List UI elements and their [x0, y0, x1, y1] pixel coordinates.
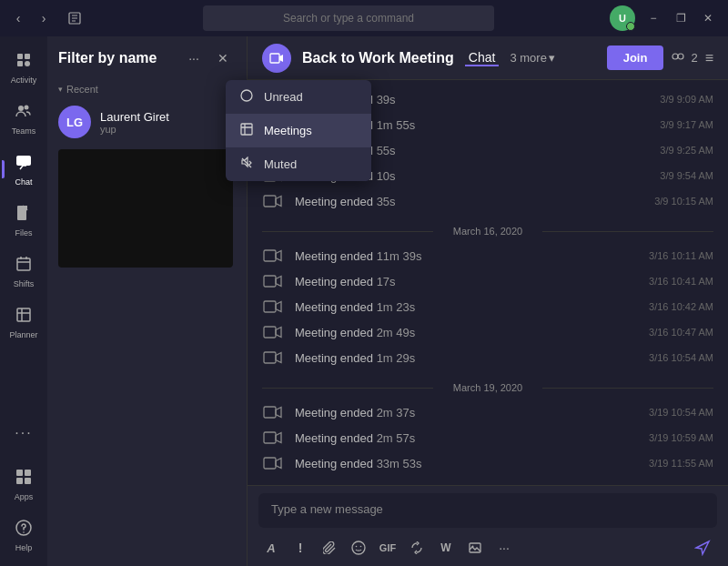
chat-avatar-laurent: LG — [58, 106, 91, 138]
header-menu-button[interactable]: ≡ — [705, 50, 713, 66]
planner-label: Planner — [9, 330, 37, 339]
muted-label: Muted — [264, 157, 297, 171]
message-input-placeholder: Type a new message — [258, 493, 717, 528]
msg-time: 3/9 9:17 AM — [660, 119, 713, 130]
svg-point-6 — [25, 105, 29, 109]
msg-text: Meeting ended 35s — [295, 195, 643, 208]
send-button[interactable] — [688, 533, 717, 562]
compose-button[interactable] — [62, 5, 87, 31]
sidebar-item-shifts[interactable]: Shifts — [4, 248, 44, 295]
sidebar-item-planner[interactable]: Planner — [4, 298, 44, 346]
svg-point-21 — [672, 54, 678, 59]
sidebar-item-chat[interactable]: Chat — [4, 146, 44, 193]
msg-time: 3/16 10:42 AM — [649, 301, 713, 312]
meeting-icon — [262, 44, 291, 73]
header-actions: ··· ✕ — [181, 45, 236, 71]
msg-time: 3/16 10:47 AM — [649, 327, 713, 338]
forward-button[interactable]: › — [33, 7, 55, 29]
apps-label: Apps — [15, 492, 34, 501]
activity-label: Activity — [11, 76, 37, 85]
participants-icon — [671, 53, 685, 64]
dropdown-item-meetings[interactable]: Meetings — [226, 114, 371, 147]
svg-point-5 — [18, 106, 24, 111]
video-call-icon — [262, 404, 284, 420]
more-tabs-button[interactable]: 3 more ▾ — [510, 51, 554, 65]
files-icon — [15, 204, 33, 227]
svg-rect-3 — [17, 61, 23, 66]
more-options-toolbar-button[interactable]: ··· — [491, 535, 517, 561]
chat-label: Chat — [15, 177, 32, 187]
sidebar-item-help[interactable]: Help — [4, 511, 44, 559]
emoji-button[interactable] — [346, 535, 371, 561]
video-call-icon — [262, 248, 284, 264]
close-filter-button[interactable]: ✕ — [210, 45, 236, 71]
sidebar-item-files[interactable]: Files — [4, 197, 44, 244]
svg-point-4 — [25, 61, 30, 66]
date-divider-march16: March 16, 2020 — [262, 226, 713, 237]
sidebar-item-teams[interactable]: Teams — [4, 95, 44, 142]
video-call-icon — [262, 193, 284, 209]
msg-duration: 11m 39s — [377, 249, 422, 263]
table-row: Meeting ended 33m 53s 3/19 11:55 AM — [262, 451, 713, 475]
sidebar-item-apps[interactable]: Apps — [4, 460, 44, 508]
svg-rect-20 — [270, 54, 279, 63]
activity-icon — [15, 51, 33, 74]
svg-rect-11 — [17, 308, 30, 321]
svg-rect-34 — [264, 432, 276, 443]
avatar[interactable]: U — [610, 5, 635, 31]
msg-duration: 39s — [377, 93, 396, 106]
giphy-button[interactable]: GIF — [375, 535, 400, 561]
msg-time: 3/9 9:09 AM — [660, 94, 713, 105]
dropdown-item-unread[interactable]: Unread — [226, 80, 371, 114]
attach-button[interactable] — [317, 535, 342, 561]
svg-point-38 — [356, 546, 358, 548]
back-button[interactable]: ‹ — [7, 7, 29, 29]
msg-time: 3/16 10:11 AM — [649, 250, 713, 261]
files-label: Files — [15, 228, 32, 238]
participants-info: 2 — [671, 51, 697, 65]
msg-text: Meeting ended 33m 53s — [295, 457, 638, 470]
urgent-button[interactable]: ! — [288, 535, 313, 561]
sidebar-item-activity[interactable]: Activity — [4, 44, 44, 91]
close-button[interactable]: ✕ — [695, 7, 721, 29]
svg-rect-7 — [16, 156, 31, 166]
svg-rect-19 — [241, 124, 252, 135]
meetings-label: Meetings — [264, 124, 312, 137]
format-text-button[interactable]: A — [258, 535, 284, 561]
more-icon: ··· — [15, 425, 32, 441]
chat-tab[interactable]: Chat — [465, 50, 500, 66]
more-options-button[interactable]: ··· — [181, 45, 207, 71]
search-input[interactable] — [203, 5, 494, 31]
whiteboard-button[interactable]: W — [433, 535, 459, 561]
svg-rect-28 — [264, 250, 276, 261]
msg-time: 3/16 10:54 AM — [649, 352, 713, 363]
dropdown-item-muted[interactable]: Muted — [226, 147, 371, 181]
table-row: Meeting ended 35s 3/9 10:15 AM — [262, 189, 713, 213]
apps-icon — [15, 468, 33, 490]
chat-thumbnail — [58, 149, 233, 268]
sidebar-item-more[interactable]: ··· — [4, 409, 44, 457]
table-row: Meeting ended 1m 29s 3/16 10:54 AM — [262, 346, 713, 369]
image-button[interactable] — [462, 535, 488, 561]
msg-duration: 35s — [377, 195, 396, 208]
teams-label: Teams — [12, 126, 36, 136]
minimize-button[interactable]: − — [641, 7, 666, 29]
restore-button[interactable]: ❐ — [668, 7, 693, 29]
msg-duration: 1m 23s — [377, 300, 416, 314]
video-call-icon — [262, 273, 284, 289]
video-call-icon — [262, 455, 284, 471]
msg-duration: 2m 37s — [377, 406, 416, 419]
sidebar-nav: Activity Teams Chat Files Shifts — [0, 36, 47, 566]
join-button[interactable]: Join — [607, 45, 664, 70]
chat-panel: Filter by name ··· ✕ ▾ Recent LG Laurent… — [47, 36, 248, 566]
msg-text: Meeting ended 17s — [295, 275, 638, 288]
content-header: Back to Work Meeting Chat 3 more ▾ Join … — [248, 36, 728, 80]
msg-duration: 17s — [377, 275, 396, 288]
unread-icon — [238, 89, 255, 105]
msg-duration: 33m 53s — [377, 457, 422, 470]
loop-button[interactable] — [404, 535, 430, 561]
chevron-down-icon: ▾ — [549, 51, 555, 65]
msg-time: 3/19 10:54 AM — [649, 407, 713, 418]
chat-item-laurent[interactable]: LG Laurent Giret yup — [47, 98, 247, 146]
msg-duration: 1m 29s — [377, 351, 416, 365]
